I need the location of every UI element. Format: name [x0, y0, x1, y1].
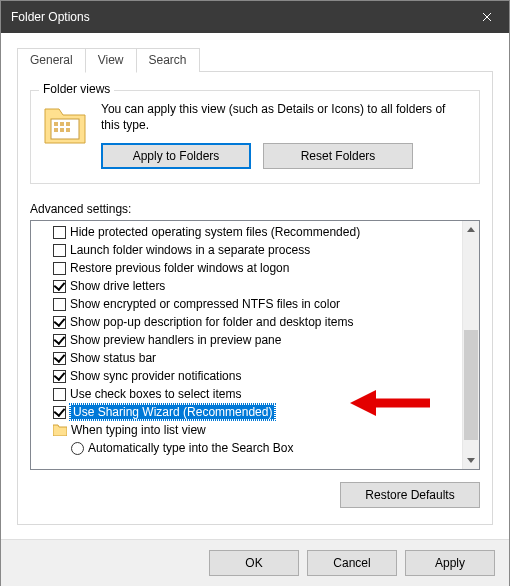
radio-button[interactable]: [71, 442, 84, 455]
checkbox[interactable]: [53, 388, 66, 401]
checkbox[interactable]: [53, 298, 66, 311]
setting-item[interactable]: Show encrypted or compressed NTFS files …: [53, 295, 462, 313]
setting-label: Show sync provider notifications: [70, 369, 241, 383]
setting-label: Restore previous folder windows at logon: [70, 261, 289, 275]
setting-label: Launch folder windows in a separate proc…: [70, 243, 310, 257]
apply-button[interactable]: Apply: [405, 550, 495, 576]
restore-defaults-button[interactable]: Restore Defaults: [340, 482, 480, 508]
checkbox[interactable]: [53, 280, 66, 293]
ok-button[interactable]: OK: [209, 550, 299, 576]
folder-options-dialog: Folder Options General View Search Folde…: [0, 0, 510, 586]
checkbox[interactable]: [53, 352, 66, 365]
setting-label: Use check boxes to select items: [70, 387, 241, 401]
advanced-settings-list[interactable]: Hide protected operating system files (R…: [30, 220, 480, 470]
setting-item[interactable]: Show drive letters: [53, 277, 462, 295]
reset-folders-button[interactable]: Reset Folders: [263, 143, 413, 169]
svg-rect-2: [60, 122, 64, 126]
tab-panel-view: Folder views You can apply this view (su…: [17, 71, 493, 525]
setting-group-item[interactable]: When typing into list view: [53, 421, 462, 439]
setting-label: Show preview handlers in preview pane: [70, 333, 281, 347]
tab-view[interactable]: View: [85, 48, 137, 73]
advanced-settings-label: Advanced settings:: [30, 202, 480, 216]
setting-item[interactable]: Show preview handlers in preview pane: [53, 331, 462, 349]
setting-item[interactable]: Show status bar: [53, 349, 462, 367]
svg-rect-1: [54, 122, 58, 126]
folder-views-title: Folder views: [39, 82, 114, 96]
checkbox[interactable]: [53, 406, 66, 419]
setting-label: Use Sharing Wizard (Recommended): [70, 404, 275, 420]
setting-label: Show pop-up description for folder and d…: [70, 315, 354, 329]
scrollbar[interactable]: [462, 221, 479, 469]
svg-rect-5: [60, 128, 64, 132]
close-button[interactable]: [465, 1, 509, 33]
checkbox[interactable]: [53, 226, 66, 239]
svg-rect-6: [66, 128, 70, 132]
setting-label: Show encrypted or compressed NTFS files …: [70, 297, 340, 311]
setting-label: Hide protected operating system files (R…: [70, 225, 360, 239]
tabs: General View Search: [17, 47, 493, 72]
svg-rect-3: [66, 122, 70, 126]
setting-label: Show status bar: [70, 351, 156, 365]
checkbox[interactable]: [53, 262, 66, 275]
titlebar: Folder Options: [1, 1, 509, 33]
setting-item[interactable]: Use check boxes to select items: [53, 385, 462, 403]
setting-item[interactable]: Show pop-up description for folder and d…: [53, 313, 462, 331]
folder-views-group: Folder views You can apply this view (su…: [30, 90, 480, 184]
dialog-content: General View Search Folder views You can…: [1, 33, 509, 539]
dialog-footer: OK Cancel Apply: [1, 539, 509, 586]
setting-radio-item[interactable]: Automatically type into the Search Box: [53, 439, 462, 457]
apply-to-folders-button[interactable]: Apply to Folders: [101, 143, 251, 169]
window-title: Folder Options: [11, 10, 90, 24]
tab-search[interactable]: Search: [136, 48, 200, 72]
setting-label: When typing into list view: [71, 423, 206, 437]
setting-label: Show drive letters: [70, 279, 165, 293]
chevron-up-icon: [467, 227, 475, 232]
scroll-down-button[interactable]: [463, 452, 479, 469]
checkbox[interactable]: [53, 370, 66, 383]
cancel-button[interactable]: Cancel: [307, 550, 397, 576]
scroll-thumb[interactable]: [464, 330, 478, 440]
scroll-up-button[interactable]: [463, 221, 479, 238]
advanced-settings-wrap: Hide protected operating system files (R…: [30, 220, 480, 470]
setting-item[interactable]: Show sync provider notifications: [53, 367, 462, 385]
svg-rect-4: [54, 128, 58, 132]
advanced-settings-content: Hide protected operating system files (R…: [31, 221, 462, 469]
setting-item[interactable]: Launch folder windows in a separate proc…: [53, 241, 462, 259]
setting-item[interactable]: Restore previous folder windows at logon: [53, 259, 462, 277]
checkbox[interactable]: [53, 244, 66, 257]
folder-icon: [53, 424, 67, 436]
scroll-track[interactable]: [463, 238, 479, 452]
checkbox[interactable]: [53, 334, 66, 347]
close-icon: [482, 12, 492, 22]
folder-views-help: You can apply this view (such as Details…: [101, 101, 467, 133]
setting-item[interactable]: Hide protected operating system files (R…: [53, 223, 462, 241]
folder-icon: [43, 105, 87, 145]
setting-item[interactable]: Use Sharing Wizard (Recommended): [53, 403, 462, 421]
checkbox[interactable]: [53, 316, 66, 329]
tab-general[interactable]: General: [17, 48, 86, 72]
setting-label: Automatically type into the Search Box: [88, 441, 293, 455]
chevron-down-icon: [467, 458, 475, 463]
